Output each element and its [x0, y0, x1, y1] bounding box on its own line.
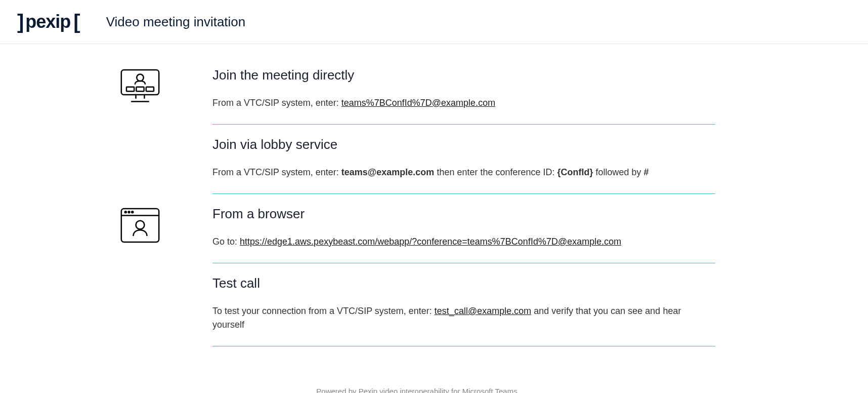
heading-test-call: Test call [212, 276, 715, 291]
lobby-mid2: followed by [593, 167, 644, 177]
svg-point-1 [137, 74, 144, 82]
browser-join-link[interactable]: https://edge1.aws.pexybeast.com/webapp/?… [240, 237, 621, 247]
svg-point-10 [136, 221, 145, 229]
lobby-mid: then enter the conference ID: [434, 167, 557, 177]
vtc-monitor-icon [118, 67, 162, 106]
lobby-address: teams@example.com [341, 167, 435, 177]
svg-point-9 [132, 211, 133, 213]
svg-rect-3 [136, 87, 144, 91]
heading-browser: From a browser [212, 206, 715, 222]
footer-text: Powered by Pexip video interoperability … [118, 387, 715, 393]
svg-rect-2 [126, 87, 134, 91]
browser-window-icon [118, 206, 162, 245]
section-join-directly: Join the meeting directly From a VTC/SIP… [212, 67, 715, 125]
brand-name: pexip [25, 11, 70, 32]
lobby-hash: # [644, 167, 649, 177]
direct-sip-address-link[interactable]: teams%7BConfId%7D@example.com [341, 98, 495, 108]
section-browser: From a browser Go to: https://edge1.aws.… [212, 206, 715, 263]
page-title: Video meeting invitation [106, 14, 246, 30]
section-test-call: Test call To test your connection from a… [212, 276, 715, 346]
browser-instruction: Go to: https://edge1.aws.pexybeast.com/w… [212, 235, 715, 249]
svg-point-8 [128, 211, 130, 213]
svg-rect-4 [146, 87, 154, 91]
heading-lobby: Join via lobby service [212, 137, 715, 152]
bracket-right-icon: [ [73, 12, 78, 32]
test-prefix: To test your connection from a VTC/SIP s… [212, 306, 435, 316]
lobby-prefix: From a VTC/SIP system, enter: [212, 167, 341, 177]
bracket-left-icon: ] [17, 12, 22, 32]
browser-prefix: Go to: [212, 237, 240, 247]
section-lobby: Join via lobby service From a VTC/SIP sy… [212, 137, 715, 194]
direct-prefix: From a VTC/SIP system, enter: [212, 98, 341, 108]
heading-join-directly: Join the meeting directly [212, 67, 715, 83]
test-instruction: To test your connection from a VTC/SIP s… [212, 304, 715, 332]
header: ] pexip [ Video meeting invitation [0, 0, 868, 44]
direct-instruction: From a VTC/SIP system, enter: teams%7BCo… [212, 96, 715, 110]
test-call-link[interactable]: test_call@example.com [435, 306, 531, 316]
lobby-instruction: From a VTC/SIP system, enter: teams@exam… [212, 166, 715, 179]
lobby-confid: {ConfId} [557, 167, 593, 177]
svg-rect-5 [121, 209, 159, 242]
svg-point-7 [125, 211, 126, 213]
brand-logo: ] pexip [ [17, 11, 79, 32]
